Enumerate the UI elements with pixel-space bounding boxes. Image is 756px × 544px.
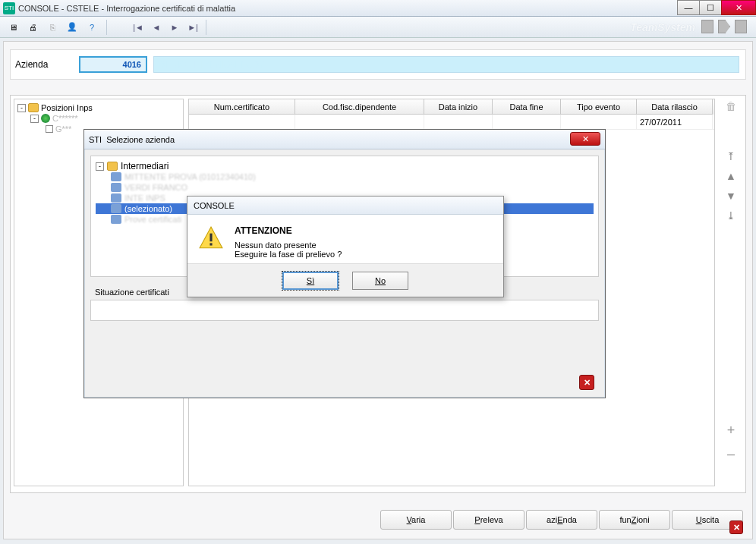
- msgbox-line1: Nessun dato presente: [235, 241, 342, 250]
- nav-prev-icon[interactable]: ◄: [150, 20, 163, 34]
- table-cell: [493, 115, 561, 129]
- dialog-close-button[interactable]: ✕: [570, 132, 600, 146]
- column-header[interactable]: Cod.fisc.dipendente: [295, 99, 424, 115]
- table-cell: [295, 115, 424, 129]
- column-header[interactable]: Data fine: [493, 99, 561, 115]
- msgbox-heading: ATTENZIONE: [235, 225, 342, 236]
- arrow-icon[interactable]: [718, 20, 730, 33]
- azienda-label: Azienda: [11, 59, 79, 70]
- table-cell: [424, 115, 493, 129]
- attention-msgbox: CONSOLE ATTENZIONE Nessun dato presente …: [187, 196, 504, 297]
- checkbox-icon[interactable]: [46, 125, 53, 133]
- azienda-row: Azienda 4016 DI LUCE DI ZENIGNI RUDY: [10, 49, 746, 80]
- globe-icon: [41, 114, 50, 123]
- intermediario-label: (selezionato): [124, 204, 172, 213]
- no-button[interactable]: No: [352, 272, 408, 290]
- scroll-bottom-icon[interactable]: ⤓: [726, 209, 736, 222]
- azienda-name-field[interactable]: DI LUCE DI ZENIGNI RUDY: [153, 56, 739, 73]
- page2-icon[interactable]: [735, 20, 747, 33]
- window-title: CONSOLE - CSTELE - Interrogazione certif…: [18, 4, 235, 13]
- column-header[interactable]: Data inizio: [424, 99, 493, 115]
- tree-root-label: Posizioni Inps: [41, 103, 93, 112]
- people-icon: [111, 193, 121, 203]
- nav-last-icon[interactable]: ►|: [186, 20, 200, 34]
- scroll-top-icon[interactable]: ⤒: [726, 150, 736, 162]
- branding-text: TeamSystem: [630, 21, 695, 33]
- page-icon[interactable]: [701, 20, 713, 33]
- status-close-icon[interactable]: ✕: [729, 520, 743, 534]
- expand-icon[interactable]: -: [17, 104, 26, 112]
- azienda-code-field[interactable]: 4016: [79, 56, 147, 73]
- people-icon: [111, 172, 121, 181]
- minus-icon[interactable]: –: [727, 446, 735, 462]
- warning-icon: [198, 225, 224, 251]
- column-header[interactable]: Tipo evento: [561, 99, 637, 115]
- dialog-titlebar: STI Selezione azienda ✕: [84, 130, 605, 149]
- msgbox-line2: Eseguire la fase di prelievo ?: [235, 250, 342, 259]
- scroll-down-icon[interactable]: ▼: [726, 190, 736, 202]
- svg-rect-1: [209, 234, 212, 242]
- intermediario-label: Prove certificati: [124, 215, 181, 224]
- situazione-field[interactable]: [90, 300, 599, 321]
- tree-root[interactable]: - Posizioni Inps: [17, 102, 180, 113]
- app-icon: STI: [3, 2, 15, 14]
- tree2-root[interactable]: - Intermediari: [96, 161, 594, 171]
- folder-icon: [28, 103, 39, 112]
- preleva-button[interactable]: Preleva: [453, 510, 524, 530]
- plus-icon[interactable]: +: [727, 423, 736, 439]
- people-icon: [111, 204, 121, 213]
- grid-header: Num.certificatoCod.fisc.dipendenteData i…: [189, 99, 714, 115]
- table-cell: 27/07/2011: [637, 115, 713, 129]
- nav-first-icon[interactable]: |◄: [131, 20, 145, 34]
- intermediario-label: INTE INPS: [124, 193, 165, 203]
- intermediario-label: VERDI FRANCO: [124, 183, 187, 192]
- user-icon[interactable]: 👤: [64, 19, 80, 36]
- minimize-button[interactable]: —: [677, 0, 700, 15]
- people-icon: [111, 215, 121, 224]
- column-header[interactable]: Data rilascio: [637, 99, 713, 115]
- nav-next-icon[interactable]: ►: [168, 20, 181, 34]
- dialog-title: Selezione azienda: [106, 135, 175, 144]
- maximize-button[interactable]: ☐: [699, 0, 722, 15]
- azienda-button[interactable]: aziEnda: [526, 510, 597, 530]
- yes-button[interactable]: Sì: [282, 272, 339, 290]
- delete-icon[interactable]: 🗑: [726, 100, 736, 112]
- svg-rect-2: [209, 243, 212, 245]
- tree2-root-label: Intermediari: [121, 161, 169, 171]
- tree-child[interactable]: - C******: [17, 113, 180, 124]
- intermediario-item[interactable]: VERDI FRANCO: [96, 182, 594, 193]
- folder-icon: [107, 162, 118, 171]
- separator: [206, 20, 206, 35]
- main-toolbar: 🖥 🖨 ⎘ 👤 ? |◄ ◄ ► ►| TeamSystem: [0, 17, 756, 38]
- screen-icon[interactable]: 🖥: [5, 19, 21, 36]
- help-icon[interactable]: ?: [83, 19, 100, 36]
- intermediario-item[interactable]: MITTENTE PROVA (01012340410): [96, 171, 594, 182]
- close-button[interactable]: ✕: [721, 0, 756, 15]
- table-cell: [561, 115, 637, 129]
- window-titlebar: STI CONSOLE - CSTELE - Interrogazione ce…: [0, 0, 756, 17]
- funzioni-button[interactable]: funZioni: [599, 510, 670, 530]
- column-header[interactable]: Num.certificato: [189, 99, 295, 115]
- table-cell: [189, 115, 295, 129]
- msgbox-title: CONSOLE: [187, 197, 503, 215]
- intermediario-label: MITTENTE PROVA (01012340410): [124, 172, 256, 181]
- tree-child-label: C******: [52, 114, 78, 123]
- print-icon[interactable]: 🖨: [24, 19, 41, 36]
- tree-leaf-label: G***: [55, 124, 71, 134]
- scroll-up-icon[interactable]: ▲: [726, 170, 736, 182]
- expand-icon[interactable]: -: [96, 162, 104, 171]
- table-row[interactable]: 27/07/2011: [189, 115, 714, 130]
- expand-icon[interactable]: -: [30, 115, 39, 123]
- copy-icon[interactable]: ⎘: [44, 19, 61, 36]
- separator: [106, 20, 107, 35]
- dialog-red-close-icon[interactable]: ✕: [579, 375, 594, 390]
- bottom-bar: VariaPrelevaaziEndafunZioniUscita: [4, 504, 752, 536]
- people-icon: [111, 183, 121, 192]
- app-icon: STI: [89, 135, 102, 144]
- varia-button[interactable]: Varia: [380, 510, 452, 530]
